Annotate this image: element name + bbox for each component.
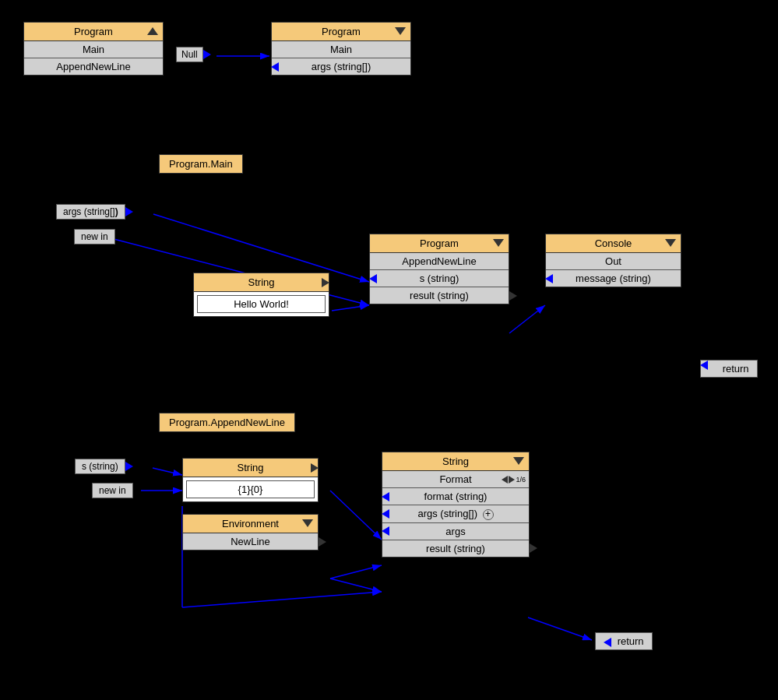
right-arrow-icon (509, 476, 515, 484)
lr-arrows-icon: 1/6 (502, 476, 526, 484)
result-string-row: result (string) (370, 287, 509, 304)
svg-line-10 (528, 617, 592, 640)
program-append-node: Program AppendNewLine s (string) result … (369, 234, 509, 304)
svg-line-4 (509, 305, 545, 333)
string-header-main: String (194, 273, 329, 292)
result-out-arrow (530, 543, 537, 553)
message-arrow (545, 274, 553, 283)
svg-line-3 (332, 305, 369, 311)
string-tri-right-format (311, 463, 319, 473)
svg-line-6 (153, 468, 182, 475)
svg-line-14 (182, 592, 382, 607)
program-append-header: Program (370, 234, 509, 253)
new-in-label-append: new in (92, 483, 133, 498)
tri-down-program (493, 239, 504, 247)
tri-down-icon (395, 27, 406, 35)
args-string-array-row: args (string[]) + (382, 505, 529, 523)
format-value: {1}{0} (186, 480, 315, 498)
args-arrow-icon (125, 207, 133, 216)
s-arrow (369, 274, 377, 283)
appendnewline-row: AppendNewLine (370, 253, 509, 270)
format-row: Format 1/6 (382, 471, 529, 488)
string-format-node: String Format 1/6 format (string) args (… (382, 452, 530, 558)
string-tri-right (322, 278, 329, 287)
overload-text: 1/6 (516, 476, 526, 484)
program-title-right: Program (322, 26, 361, 37)
args-row-right: args (string[]) (272, 58, 410, 75)
plus-circle-icon[interactable]: + (483, 509, 494, 520)
tri-down-env (302, 519, 313, 527)
new-in-label-main: new in (74, 229, 115, 244)
svg-line-5 (153, 214, 369, 282)
result-string-format-row: result (string) (382, 540, 529, 557)
string-node-main: String Hello World! (193, 273, 329, 317)
string-format-header: String (382, 452, 529, 471)
environment-header: Environment (183, 515, 318, 533)
hello-world-value: Hello World! (197, 295, 326, 313)
s-string-label: s (string) (75, 459, 125, 474)
main-row-right: Main (272, 41, 410, 58)
program-appendnewline-title: Program.AppendNewLine (159, 413, 295, 432)
return-label-append: return (595, 632, 653, 650)
newline-row: NewLine (183, 533, 318, 550)
program-title-left: Program (74, 26, 113, 37)
svg-line-8 (330, 565, 382, 579)
format-in-arrow (382, 492, 389, 501)
args-in-arrow (382, 509, 389, 519)
console-node: Console Out message (string) (545, 234, 681, 287)
null-arrow-icon (203, 50, 211, 59)
result-arrow (509, 291, 517, 301)
tri-down-console (665, 239, 676, 247)
message-row: message (string) (546, 270, 681, 287)
string-header-format: String (183, 459, 318, 477)
null-label: Null (176, 47, 203, 62)
args2-in-arrow (382, 526, 389, 536)
program-node-left: Program Main AppendNewLine (23, 22, 164, 76)
return-arrow-icon (700, 361, 708, 370)
program-header-left: Program (24, 23, 163, 41)
newline-arrow (319, 537, 326, 547)
args-row-format: args (382, 523, 529, 540)
console-header: Console (546, 234, 681, 253)
program-node-right: Program Main args (string[]) (271, 22, 411, 76)
args-label-main: args (string[]) (56, 204, 125, 220)
main-row-left: Main (24, 41, 163, 58)
program-main-title: Program.Main (159, 154, 243, 174)
environment-node: Environment NewLine (182, 514, 319, 551)
format-string-row: format (string) (382, 488, 529, 505)
s-arrow-icon (125, 462, 133, 471)
svg-line-9 (330, 579, 382, 592)
s-string-row: s (string) (370, 270, 509, 287)
string-node-format: String {1}{0} (182, 458, 319, 502)
program-header-right: Program (272, 23, 410, 41)
tri-up-icon (147, 27, 158, 35)
svg-line-7 (330, 491, 382, 540)
left-arrow-icon (502, 476, 508, 484)
return-label-main: return (700, 360, 758, 378)
args-left-arrow (271, 62, 279, 72)
return-arrow-icon2 (604, 638, 611, 647)
tri-down-string (513, 457, 524, 465)
out-row: Out (546, 253, 681, 270)
appendnewline-row-left: AppendNewLine (24, 58, 163, 75)
